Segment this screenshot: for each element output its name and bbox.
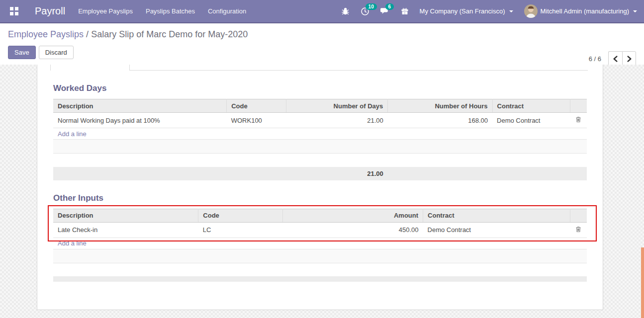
col-delete [570,99,587,113]
col-code[interactable]: Code [227,99,286,113]
col-number-of-hours[interactable]: Number of Hours [388,99,492,113]
breadcrumb-current: Salary Slip of Marc Demo for May-2020 [91,29,248,39]
breadcrumb: Employee Payslips / Salary Slip of Marc … [8,29,636,40]
avatar [524,4,538,18]
notebook-tab-active[interactable] [50,65,130,71]
pager-next-button[interactable] [622,51,636,66]
col-amount[interactable]: Amount [282,209,423,222]
col-contract[interactable]: Contract [492,99,570,113]
col-description[interactable]: Description [53,209,198,222]
empty-row [53,140,587,154]
cell-amount[interactable]: 450.00 [282,222,423,238]
top-navbar: Payroll Employee Payslips Payslips Batch… [0,0,644,23]
menu-payslips-batches[interactable]: Payslips Batches [146,7,195,15]
pager-value[interactable]: 6 / 6 [589,55,601,63]
gift-icon[interactable] [401,7,409,15]
col-number-of-days[interactable]: Number of Days [286,99,388,113]
cell-code[interactable]: LC [198,222,283,238]
notebook-tabs [37,65,603,71]
messages-count-badge: 6 [385,3,394,10]
user-menu[interactable]: Mitchell Admin (manufacturing) [524,4,637,18]
user-name: Mitchell Admin (manufacturing) [541,7,629,15]
discard-button[interactable]: Discard [39,46,74,59]
messages-chat-icon[interactable]: 6 [380,7,390,15]
cell-contract[interactable]: Demo Contract [492,113,570,128]
delete-row-trash-icon[interactable] [575,226,582,233]
worked-days-total: 21.00 [286,167,388,180]
worked-days-add-a-line[interactable]: Add a line [58,130,87,138]
pager-previous-button[interactable] [608,51,622,66]
col-contract[interactable]: Contract [423,209,570,222]
app-brand[interactable]: Payroll [35,5,65,17]
other-inputs-row: Late Check-in LC 450.00 Demo Contract [53,222,587,238]
col-description[interactable]: Description [53,99,227,113]
cell-code[interactable]: WORK100 [227,113,286,128]
empty-row [53,263,587,276]
activities-clock-icon[interactable]: 10 [361,7,369,16]
other-inputs-add-line-row: Add a line [53,238,587,249]
chevron-down-icon [633,10,637,12]
company-switcher[interactable]: My Company (San Francisco) [420,7,513,15]
worked-days-footer-row: 21.00 [53,167,587,180]
payslip-form-sheet: Worked Days Description Code Number of D… [37,65,603,310]
orange-scroll-indicator [641,247,644,318]
save-button[interactable]: Save [8,46,36,59]
worked-days-row: Normal Working Days paid at 100% WORK100… [53,113,587,128]
menu-employee-payslips[interactable]: Employee Payslips [78,7,133,15]
breadcrumb-employee-payslips[interactable]: Employee Payslips [8,29,84,39]
empty-row [53,154,587,167]
navbar-systray: 10 6 My Company (San Francisco) [341,4,637,18]
cell-description[interactable]: Late Check-in [53,222,198,238]
col-code[interactable]: Code [198,209,283,222]
control-panel: Employee Payslips / Salary Slip of Marc … [0,23,644,65]
worked-days-header-row: Description Code Number of Days Number o… [53,99,587,113]
other-inputs-footer-row [53,276,587,282]
activities-count-badge: 10 [366,3,377,10]
control-panel-buttons: Save Discard [8,46,636,59]
cell-number-of-days[interactable]: 21.00 [286,113,388,128]
breadcrumb-separator: / [86,29,89,39]
empty-row [53,249,587,263]
cell-description[interactable]: Normal Working Days paid at 100% [53,113,227,128]
main-menu: Employee Payslips Payslips Batches Confi… [78,7,246,15]
delete-row-trash-icon[interactable] [575,116,582,123]
cell-number-of-hours[interactable]: 168.00 [388,113,492,128]
pager: 6 / 6 [589,51,636,66]
apps-menu-icon[interactable] [10,7,19,16]
cell-contract[interactable]: Demo Contract [423,222,570,238]
chevron-down-icon [509,10,513,12]
menu-configuration[interactable]: Configuration [208,7,246,15]
col-delete [570,209,587,222]
worked-days-add-line-row: Add a line [53,128,587,140]
debug-bug-icon[interactable] [341,7,350,15]
form-view-background: Worked Days Description Code Number of D… [0,65,644,318]
worked-days-table: Description Code Number of Days Number o… [53,99,587,180]
other-inputs-add-a-line[interactable]: Add a line [58,239,87,247]
other-inputs-title: Other Inputs [53,193,587,203]
company-name: My Company (San Francisco) [420,7,505,15]
other-inputs-table: Description Code Amount Contract Late Ch… [53,209,587,282]
worked-days-title: Worked Days [53,83,587,93]
other-inputs-header-row: Description Code Amount Contract [53,209,587,222]
